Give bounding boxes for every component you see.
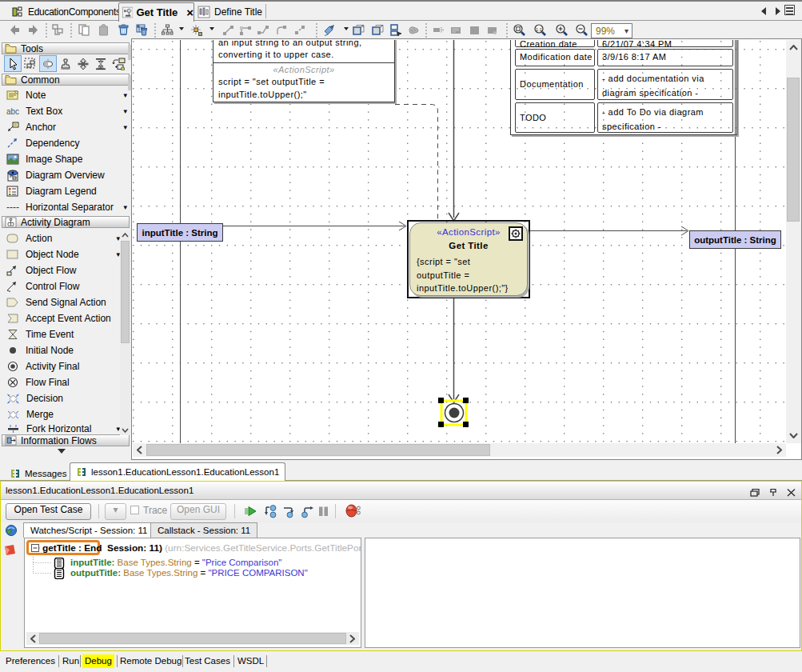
svg-text:1:1: 1:1: [536, 27, 543, 32]
